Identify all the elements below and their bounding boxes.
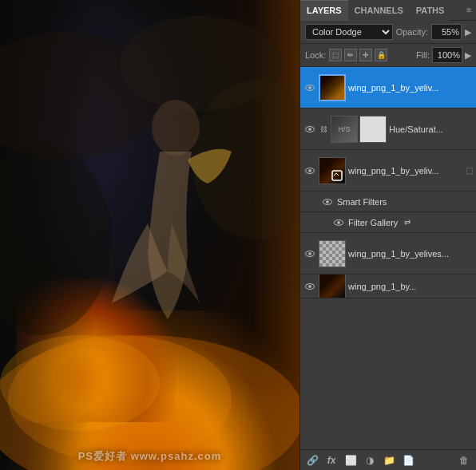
- layer-row[interactable]: wing_png_1_by_yeliv... ⬚: [300, 150, 476, 192]
- thumb-container: [319, 157, 346, 184]
- fill-arrow[interactable]: ▶: [465, 50, 471, 61]
- fill-input[interactable]: [432, 47, 462, 63]
- layer-row-partial[interactable]: wing_png_1_by...: [300, 274, 476, 298]
- layer-mask-thumbnail: [359, 116, 387, 143]
- filter-gallery-label: Filter Gallery: [348, 218, 398, 227]
- visibility-icon[interactable]: [303, 81, 316, 94]
- fill-label: Fill:: [416, 50, 430, 60]
- lock-label: Lock:: [305, 50, 326, 60]
- lock-position-btn[interactable]: ✛: [359, 49, 372, 61]
- add-mask-button[interactable]: ⬜: [342, 452, 359, 468]
- layer-info: wing_png_1_by_yeliv...: [348, 166, 462, 176]
- visibility-icon[interactable]: [303, 164, 316, 177]
- layer-info: wing_png_1_by_yeliv...: [348, 83, 473, 93]
- smart-filters-row: Smart Filters: [300, 192, 476, 212]
- link-icon: ⛓: [319, 125, 328, 133]
- opacity-label: Opacity:: [396, 27, 428, 37]
- layer-thumbnail: [319, 74, 346, 101]
- layers-panel: LAYERS CHANNELS PATHS ≡ Color Dodge Norm…: [299, 0, 476, 470]
- lock-all-btn[interactable]: 🔒: [375, 49, 387, 61]
- layer-name: wing_png_1_by_yelives...: [348, 249, 473, 259]
- filter-gallery-extra: ⇄: [404, 218, 411, 227]
- fill-area: Fill: ▶: [416, 47, 471, 63]
- layer-thumbnail: [319, 240, 346, 267]
- thumb-container: [319, 240, 346, 267]
- svg-point-6: [0, 335, 160, 431]
- layer-name: wing_png_1_by_yeliv...: [348, 166, 462, 176]
- layer-info: wing_png_1_by...: [348, 282, 473, 291]
- layer-name: wing_png_1_by...: [348, 282, 473, 291]
- layer-info: wing_png_1_by_yelives...: [348, 249, 473, 259]
- smart-object-icon: ⬚: [466, 166, 473, 175]
- lock-icons: ⬚ ✏ ✛ 🔒: [329, 49, 387, 61]
- lock-transparent-btn[interactable]: ⬚: [329, 49, 342, 61]
- tabs-row: LAYERS CHANNELS PATHS ≡: [300, 0, 476, 21]
- create-group-button[interactable]: 📁: [380, 452, 398, 468]
- bottom-toolbar: 🔗 fx ⬜ ◑ 📁 📄 🗑: [300, 449, 476, 470]
- visibility-icon[interactable]: [332, 216, 345, 229]
- lock-pixels-btn[interactable]: ✏: [344, 49, 357, 61]
- blend-mode-select[interactable]: Color Dodge Normal Multiply Screen Overl…: [305, 24, 393, 40]
- tab-channels[interactable]: CHANNELS: [348, 0, 410, 21]
- layers-list: wing_png_1_by_yeliv... ⛓ H/S Hue/Saturat…: [300, 67, 476, 449]
- svg-rect-8: [332, 171, 342, 180]
- delete-layer-button[interactable]: 🗑: [455, 452, 473, 468]
- thumb-container: [319, 274, 346, 298]
- layer-row[interactable]: wing_png_1_by_yelives...: [300, 233, 476, 274]
- layer-name: Hue/Saturat...: [389, 124, 473, 134]
- watermark: PS爱好者 www.psahz.com: [78, 449, 222, 464]
- visibility-icon[interactable]: [303, 280, 316, 293]
- tab-paths[interactable]: PATHS: [410, 0, 451, 21]
- smart-filters-label: Smart Filters: [337, 197, 387, 207]
- thumb-container: H/S: [331, 116, 387, 143]
- layer-thumbnail: H/S: [331, 116, 358, 143]
- fx-button[interactable]: fx: [323, 452, 340, 468]
- panel-menu-icon[interactable]: ≡: [462, 2, 476, 18]
- visibility-icon[interactable]: [303, 123, 316, 136]
- layer-row[interactable]: ⛓ H/S Hue/Saturat...: [300, 109, 476, 150]
- link-layers-button[interactable]: 🔗: [303, 452, 321, 468]
- opacity-arrow[interactable]: ▶: [465, 27, 471, 38]
- layer-thumbnail: [319, 157, 346, 184]
- visibility-icon[interactable]: [321, 196, 334, 208]
- svg-point-7: [152, 100, 200, 156]
- opacity-input[interactable]: [431, 24, 462, 40]
- layer-thumbnail: [319, 274, 346, 298]
- smart-object-badge: [319, 157, 343, 182]
- blend-row: Color Dodge Normal Multiply Screen Overl…: [300, 21, 476, 44]
- visibility-icon[interactable]: [303, 247, 316, 260]
- add-adjustment-button[interactable]: ◑: [361, 452, 379, 468]
- layer-row[interactable]: wing_png_1_by_yeliv...: [300, 67, 476, 109]
- filter-gallery-row[interactable]: Filter Gallery ⇄: [300, 212, 476, 233]
- new-layer-button[interactable]: 📄: [399, 452, 417, 468]
- lock-row: Lock: ⬚ ✏ ✛ 🔒 Fill: ▶: [300, 44, 476, 67]
- tab-layers[interactable]: LAYERS: [300, 0, 348, 21]
- thumb-container: [319, 74, 346, 101]
- layer-info: Hue/Saturat...: [389, 124, 473, 134]
- canvas-area: PS爱好者 www.psahz.com: [0, 0, 299, 470]
- svg-point-3: [0, 144, 112, 335]
- layer-name: wing_png_1_by_yeliv...: [348, 83, 473, 93]
- canvas-image: [0, 0, 299, 470]
